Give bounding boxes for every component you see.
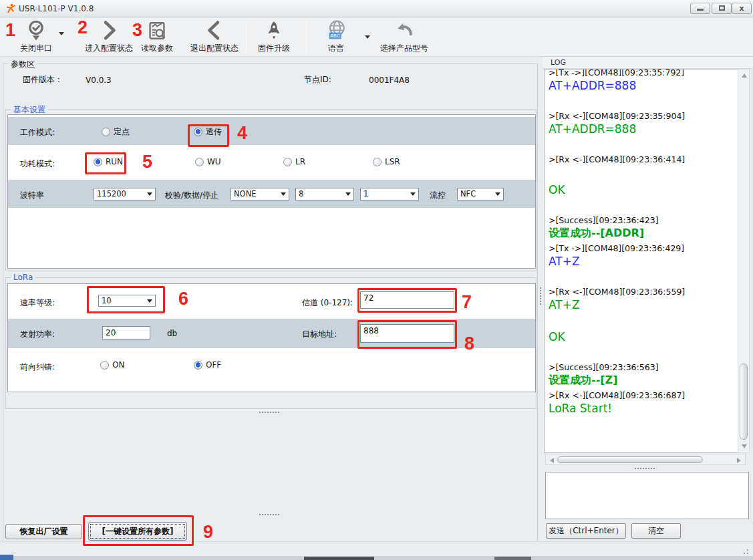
enter-config-button[interactable]: 进入配置状态 <box>80 19 138 55</box>
log-output-area[interactable]: >[Tx ->][COM48][09:23:35:792]AT+ADDR=888… <box>544 69 750 453</box>
lora-title: LoRa <box>11 273 35 282</box>
baud-label: 波特率 <box>20 190 44 201</box>
log-title: LOG <box>551 58 566 67</box>
log-line: 设置成功--[Z] <box>549 374 749 388</box>
chevron-down-icon <box>147 192 152 196</box>
close-serial-button[interactable]: 关闭串口 <box>12 19 60 55</box>
log-line: LoRa Start! <box>549 402 749 415</box>
flow-select[interactable]: NFC <box>457 188 504 200</box>
log-vertical-scrollbar[interactable] <box>738 69 750 453</box>
scroll-right-arrow[interactable] <box>737 458 741 463</box>
radio-power-wu[interactable]: WU <box>195 157 221 166</box>
chevron-down-icon <box>281 192 286 196</box>
fec-label: 前向纠错: <box>20 362 55 373</box>
log-horizontal-scrollbar[interactable] <box>545 454 746 465</box>
radio-work-mode-fixed[interactable]: 定点 <box>102 126 130 138</box>
log-line: OK <box>549 330 749 343</box>
rate-label: 速率等级: <box>20 297 55 309</box>
log-line: AT+Z <box>549 255 749 268</box>
undo-arrow-icon <box>394 19 415 42</box>
work-mode-label: 工作模式: <box>20 127 55 138</box>
log-line: OK <box>549 183 749 196</box>
minimize-button[interactable] <box>690 3 710 14</box>
splitter-handle[interactable] <box>259 412 279 413</box>
firmware-upgrade-button[interactable]: 固件升级 <box>255 19 293 55</box>
databits-select[interactable]: 8 <box>295 188 354 200</box>
close-serial-dropdown-caret[interactable] <box>59 32 64 35</box>
baud-select[interactable]: 115200 <box>94 188 156 200</box>
radio-fec-on[interactable]: ON <box>100 360 124 370</box>
splitter-handle[interactable] <box>635 468 655 469</box>
clear-button[interactable]: 清空 <box>631 523 681 539</box>
annotation-number-1: 1 <box>5 20 15 41</box>
maximize-button[interactable] <box>712 3 732 14</box>
log-line: >[Tx ->][COM48][09:23:35:792] <box>549 69 749 78</box>
toolbar-separator <box>246 21 247 53</box>
close-button[interactable]: x <box>732 3 752 14</box>
title-bar: USR-L101-P V1.0.8 x <box>0 0 753 17</box>
txpower-label: 发射功率: <box>20 329 55 340</box>
radio-power-lsr[interactable]: LSR <box>373 157 400 166</box>
param-area-title: 参数区 <box>8 59 37 70</box>
radio-dot <box>194 361 202 370</box>
target-label: 目标地址: <box>302 329 337 340</box>
send-input[interactable] <box>545 472 749 519</box>
radio-dot <box>283 158 292 166</box>
txpower-input[interactable]: 20 <box>102 326 150 339</box>
scroll-up-arrow[interactable] <box>742 74 747 78</box>
read-params-button[interactable]: 读取参数 <box>136 19 178 55</box>
resize-grip[interactable] <box>741 547 749 555</box>
radio-power-lr[interactable]: LR <box>283 157 305 166</box>
chevron-down-icon <box>495 192 500 196</box>
annotation-number-7: 7 <box>462 292 472 313</box>
work-mode-row <box>8 117 535 145</box>
log-panel-header: LOG <box>543 57 753 69</box>
app-logo-icon <box>5 3 17 15</box>
annotation-number-6: 6 <box>178 289 188 309</box>
chevron-down-icon <box>345 192 351 196</box>
log-line: >[Success][09:23:36:423] <box>549 215 749 225</box>
scrollbar-thumb[interactable] <box>740 364 748 440</box>
stopbits-select[interactable]: 1 <box>360 188 419 200</box>
select-product-button[interactable]: 选择产品型号 <box>375 19 433 55</box>
language-button[interactable]: ABC 语言 <box>319 19 353 55</box>
annotation-box <box>83 515 194 546</box>
language-dropdown-caret[interactable] <box>365 35 370 39</box>
radio-dot <box>100 361 109 370</box>
chevron-left-icon <box>204 19 224 42</box>
parity-select[interactable]: NONE <box>231 188 289 200</box>
annotation-number-4: 4 <box>237 123 247 144</box>
radio-dot <box>373 158 382 166</box>
splitter-handle[interactable] <box>540 287 541 305</box>
chevron-down-icon <box>410 192 416 196</box>
annotation-box <box>188 124 229 147</box>
pin-check-icon <box>25 19 47 42</box>
factory-reset-button[interactable]: 恢复出厂设置 <box>5 524 82 539</box>
flow-label: 流控 <box>430 190 446 201</box>
toolbar-separator <box>306 21 307 53</box>
annotation-box <box>85 152 126 174</box>
log-line: 设置成功--[ADDR] <box>549 227 749 241</box>
node-id-label: 节点ID: <box>304 74 331 86</box>
radio-fec-off[interactable]: OFF <box>194 360 221 370</box>
log-line: AT+Z <box>549 298 749 311</box>
firmware-version-label: 固件版本： <box>23 74 63 86</box>
annotation-number-9: 9 <box>203 522 213 543</box>
firmware-version-value: V0.0.3 <box>86 76 112 85</box>
radio-dot <box>102 128 110 136</box>
background-window-fragment <box>494 557 531 560</box>
background-window-fragment <box>0 555 13 560</box>
radio-dot <box>195 158 204 166</box>
scroll-left-arrow[interactable] <box>550 458 554 463</box>
annotation-box <box>87 286 165 313</box>
splitter-handle[interactable] <box>259 514 279 515</box>
annotation-box <box>357 288 457 313</box>
toolbar: 关闭串口 进入配置状态 读取参数 退出配置状态 <box>0 18 753 57</box>
globe-abc-icon: ABC <box>325 19 347 42</box>
channel-label: 信道 (0-127): <box>302 297 353 309</box>
log-line: >[Rx <-][COM48][09:23:36:687] <box>549 390 749 400</box>
scrollbar-thumb[interactable] <box>557 456 703 463</box>
send-button[interactable]: 发送（Ctrl+Enter） <box>546 523 626 539</box>
scroll-down-arrow[interactable] <box>742 444 747 448</box>
exit-config-button[interactable]: 退出配置状态 <box>186 19 243 55</box>
